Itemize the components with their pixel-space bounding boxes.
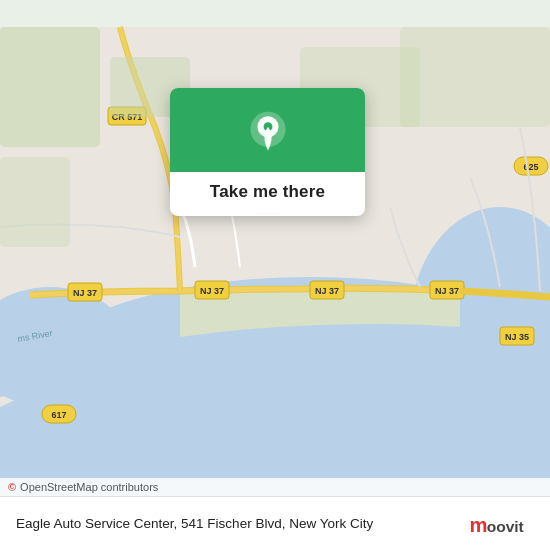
attribution-text[interactable]: OpenStreetMap contributors — [20, 481, 158, 493]
osm-logo: © — [8, 481, 16, 493]
svg-text:m: m — [470, 513, 488, 535]
svg-rect-24 — [400, 27, 550, 127]
moovit-logo: m oovit — [468, 508, 538, 540]
footer-bar: Eagle Auto Service Center, 541 Fischer B… — [0, 496, 550, 550]
svg-text:617: 617 — [51, 410, 66, 420]
popup-card[interactable]: Take me there — [170, 88, 365, 216]
svg-text:NJ 37: NJ 37 — [315, 286, 339, 296]
attribution-bar: © OpenStreetMap contributors — [0, 478, 550, 496]
svg-rect-25 — [0, 157, 70, 247]
svg-text:oovit: oovit — [487, 517, 524, 534]
popup-green-area — [170, 88, 365, 172]
svg-text:NJ 37: NJ 37 — [200, 286, 224, 296]
svg-text:NJ 35: NJ 35 — [505, 332, 529, 342]
svg-text:NJ 37: NJ 37 — [73, 288, 97, 298]
svg-text:NJ 37: NJ 37 — [435, 286, 459, 296]
location-pin-icon — [246, 110, 290, 154]
map-container[interactable]: NJ 37 NJ 37 NJ 37 NJ 37 CR 571 NJ 35 617… — [0, 0, 550, 550]
take-me-there-button[interactable]: Take me there — [198, 172, 337, 216]
address-text: Eagle Auto Service Center, 541 Fischer B… — [16, 515, 468, 533]
map-background: NJ 37 NJ 37 NJ 37 NJ 37 CR 571 NJ 35 617… — [0, 0, 550, 550]
svg-rect-21 — [0, 27, 100, 147]
